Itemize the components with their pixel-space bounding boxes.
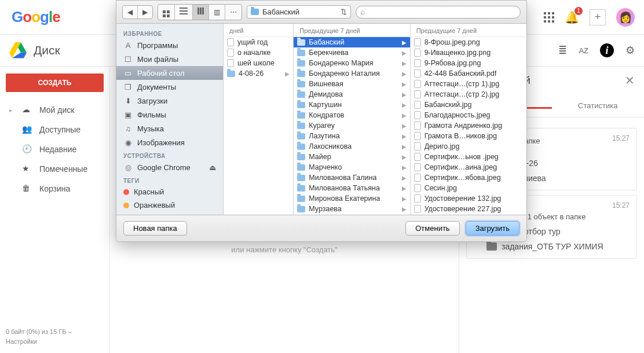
view-icons-button[interactable] — [158, 5, 175, 20]
drive-sidebar: СОЗДАТЬ ▸☁Мой диск👥Доступные🕘Недавние★По… — [0, 67, 110, 353]
notifications-bell-icon[interactable]: 🔔1 — [565, 10, 579, 24]
folder-row[interactable]: Бабанский▶ — [294, 37, 409, 47]
view-coverflow-button[interactable]: ▥ — [209, 5, 225, 20]
create-button[interactable]: СОЗДАТЬ — [6, 73, 104, 92]
file-row[interactable]: Грамота В…ников.jpg — [411, 131, 526, 141]
file-row[interactable]: ущий год — [224, 37, 293, 47]
folder-row[interactable]: Лакосникова▶ — [294, 141, 409, 152]
folder-row[interactable]: Демидова▶ — [294, 89, 409, 100]
view-list-button[interactable] — [175, 5, 193, 20]
column-header: Предыдущие 7 дней — [294, 24, 409, 37]
picker-sidebar-item[interactable]: ◎Google Chrome⏏ — [116, 160, 223, 174]
drop-subtitle: или нажмите кнопку "Создать" — [215, 245, 353, 254]
file-row[interactable]: Благодарность.jpeg — [411, 110, 526, 120]
user-avatar[interactable]: 👩 — [616, 8, 635, 27]
new-folder-button[interactable]: Новая папка — [123, 221, 187, 236]
sidebar-item-3[interactable]: ★Помеченные — [6, 159, 104, 179]
picker-sidebar-item[interactable]: ❐Документы — [116, 80, 223, 94]
file-row[interactable]: Удостоверение 132.jpg — [411, 193, 526, 204]
sidebar-item-label: Помеченные — [39, 164, 87, 174]
folder-row[interactable]: Кондратов▶ — [294, 110, 409, 120]
file-row[interactable]: шей школе — [224, 58, 293, 68]
document-icon — [227, 59, 234, 67]
file-row[interactable]: Сесин.jpg — [411, 183, 526, 193]
document-icon — [414, 163, 421, 171]
sidebar-item-0[interactable]: ▸☁Мой диск — [6, 100, 104, 120]
file-row[interactable]: 9-Иващенко.jpg.png — [411, 47, 526, 58]
chevron-right-icon: ▸ — [9, 107, 15, 113]
file-row[interactable]: Сертифик…аина.jpeg — [411, 162, 526, 172]
nav-back-button[interactable]: ◀ — [123, 6, 138, 19]
picker-sidebar-item[interactable]: AПрограммы — [116, 38, 223, 52]
picker-sidebar-item[interactable]: ⬇Загрузки — [116, 94, 223, 108]
nav-forward-button[interactable]: ▶ — [138, 6, 152, 19]
file-row[interactable]: Аттестаци…(стр 2).jpg — [411, 89, 526, 100]
file-row[interactable]: Удостоверение 227.jpg — [411, 204, 526, 214]
folder-icon — [297, 164, 305, 171]
document-icon — [227, 71, 235, 77]
picker-sidebar-item[interactable]: Оранжевый — [116, 198, 223, 212]
sidebar-item-2[interactable]: 🕘Недавние — [6, 139, 104, 159]
picker-sidebar-item[interactable]: ▭Рабочий стол — [116, 66, 223, 80]
folder-row[interactable]: Милованова Татьяна▶ — [294, 183, 409, 193]
folder-row[interactable]: Картушин▶ — [294, 100, 409, 110]
folder-row[interactable]: Курагеу▶ — [294, 120, 409, 131]
sort-icon[interactable]: AZ — [579, 46, 588, 55]
path-dropdown[interactable]: Бабанский ⇅ — [247, 5, 351, 19]
file-row[interactable]: Сертифик…ьнов .jpeg — [411, 152, 526, 162]
sidebar-item-4[interactable]: 🗑Корзина — [6, 179, 104, 198]
document-icon — [227, 49, 234, 57]
file-row[interactable]: 4-08-26▶ — [224, 68, 293, 79]
picker-sidebar-item[interactable]: ☐Мои файлы — [116, 52, 223, 66]
folder-row[interactable]: Бондаренко Наталия▶ — [294, 68, 409, 79]
file-row[interactable]: 42-448 Бабанский.pdf — [411, 68, 526, 79]
folder-row[interactable]: Бондаренко Мария▶ — [294, 58, 409, 68]
view-columns-button[interactable] — [193, 5, 209, 20]
tag-color-icon — [123, 203, 129, 208]
folder-row[interactable]: Майер▶ — [294, 152, 409, 162]
picker-sidebar-item[interactable]: Красный — [116, 185, 223, 198]
view-list-icon[interactable]: ≣ — [558, 44, 567, 57]
apps-grid-icon[interactable] — [544, 12, 554, 23]
view-more-button[interactable]: ⋯ — [225, 5, 241, 20]
picker-search-input[interactable] — [356, 6, 521, 19]
file-row[interactable]: Дериго.jpg — [411, 141, 526, 152]
document-icon — [414, 153, 421, 161]
file-row[interactable]: Бабанский.jpg — [411, 100, 526, 110]
picker-sidebar-item[interactable]: ♫Музыка — [116, 122, 223, 135]
eject-icon[interactable]: ⏏ — [209, 163, 216, 172]
cancel-button[interactable]: Отменить — [405, 221, 459, 236]
file-row[interactable]: 9-Рябова.jpg.png — [411, 58, 526, 68]
folder-icon — [297, 133, 305, 139]
folder-row[interactable]: Вишневая▶ — [294, 79, 409, 89]
close-icon[interactable]: ✕ — [625, 73, 635, 87]
storage-quota: 0 байт (0%) из 15 ГБ – — [6, 327, 104, 337]
folder-icon — [297, 71, 305, 77]
details-pane-icon[interactable]: i — [600, 43, 614, 57]
file-row[interactable]: Аттестаци…(стр 1).jpg — [411, 79, 526, 89]
folder-row[interactable]: Миронова Екатерина▶ — [294, 193, 409, 204]
folder-row[interactable]: Лазутина▶ — [294, 131, 409, 141]
folder-row[interactable]: Берекчиева▶ — [294, 47, 409, 58]
file-picker-dialog: ◀ ▶ ▥ ⋯ Бабанский ⇅ ИЗБРАННОЕ AПрограммы… — [116, 0, 527, 242]
storage-settings-link[interactable]: Настройки — [6, 337, 104, 347]
folder-row[interactable]: Мурзаева▶ — [294, 204, 409, 214]
file-row[interactable]: Грамота Андриенко.jpg — [411, 120, 526, 131]
settings-gear-icon[interactable]: ⚙ — [625, 44, 635, 57]
picker-sidebar-item[interactable]: ▣Фильмы — [116, 108, 223, 122]
upload-button[interactable]: Загрузить — [466, 221, 519, 236]
tab-stats[interactable]: Статистика — [552, 94, 645, 117]
picker-sidebar-item[interactable]: ◉Изображения — [116, 135, 223, 149]
file-row[interactable]: 8-Фрош.jpeg.png — [411, 37, 526, 47]
plus-button[interactable]: + — [590, 9, 606, 25]
folder-row[interactable]: Милованова Галина▶ — [294, 172, 409, 183]
folder-icon — [297, 39, 305, 46]
folder-row[interactable]: Марченко▶ — [294, 162, 409, 172]
document-icon — [414, 69, 421, 78]
chevron-right-icon: ▶ — [402, 102, 407, 108]
sidebar-item-label: Корзина — [39, 184, 70, 193]
sidebar-item-1[interactable]: 👥Доступные — [6, 120, 104, 139]
activity-folder[interactable]: задания_ОТБ ТУР ХИМИЯ — [486, 242, 630, 251]
file-row[interactable]: Сертифик…ябова.jpeg — [411, 172, 526, 183]
file-row[interactable]: о началке — [224, 47, 293, 58]
